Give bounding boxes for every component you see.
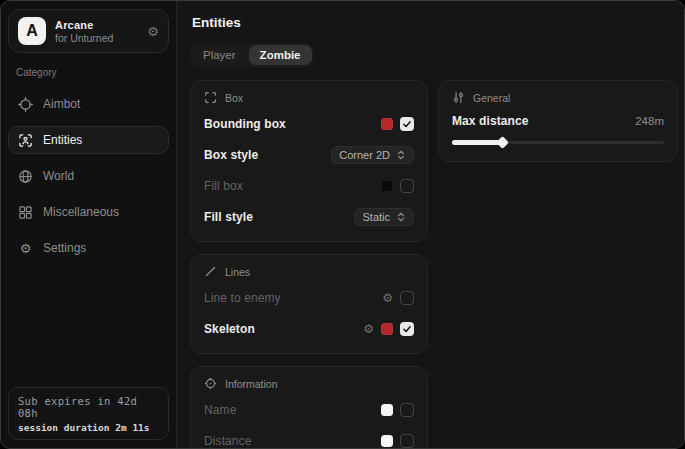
setting-row-line-to-enemy: Line to enemy ⚙ bbox=[204, 287, 414, 309]
setting-label: Distance bbox=[204, 434, 252, 448]
color-swatch[interactable] bbox=[381, 404, 393, 416]
sidebar-item-world[interactable]: World bbox=[8, 162, 169, 190]
setting-row-distance: Distance bbox=[204, 430, 414, 449]
setting-label: Name bbox=[204, 403, 236, 417]
tab-zombie[interactable]: Zombie bbox=[249, 45, 312, 65]
color-swatch[interactable] bbox=[381, 435, 393, 447]
sidebar-item-settings[interactable]: ⚙ Settings bbox=[8, 234, 169, 262]
sliders-icon bbox=[452, 91, 465, 104]
setting-row-box-style: Box style Corner 2D bbox=[204, 144, 414, 166]
checkbox-unchecked[interactable] bbox=[400, 403, 414, 417]
row-gear-icon[interactable]: ⚙ bbox=[363, 323, 374, 335]
category-label: Category bbox=[16, 67, 169, 78]
setting-row-max-distance: Max distance 248m bbox=[452, 114, 664, 148]
box-corners-icon bbox=[204, 91, 217, 104]
sidebar: A Arcane for Unturned ⚙ Category Aimbot bbox=[1, 1, 177, 448]
grid-icon bbox=[18, 205, 33, 220]
card-title: Information bbox=[225, 378, 278, 390]
setting-label: Fill box bbox=[204, 179, 243, 193]
box-style-dropdown[interactable]: Corner 2D bbox=[331, 146, 414, 164]
setting-label: Bounding box bbox=[204, 117, 286, 131]
setting-row-bounding-box: Bounding box bbox=[204, 113, 414, 135]
sidebar-item-label: Settings bbox=[43, 241, 86, 255]
sidebar-item-miscellaneous[interactable]: Miscellaneous bbox=[8, 198, 169, 226]
brand-card: A Arcane for Unturned ⚙ bbox=[8, 9, 169, 53]
row-gear-icon[interactable]: ⚙ bbox=[382, 292, 393, 304]
setting-label: Box style bbox=[204, 148, 258, 162]
color-swatch[interactable] bbox=[381, 180, 393, 192]
session-duration-text: session duration 2m 11s bbox=[18, 422, 159, 433]
checkbox-checked[interactable] bbox=[400, 117, 414, 131]
entities-scan-icon bbox=[18, 133, 33, 148]
main-content: Entities Player Zombie Box bbox=[177, 1, 685, 448]
sidebar-item-label: Miscellaneous bbox=[43, 205, 119, 219]
information-card: Information Name Distance bbox=[190, 366, 428, 449]
gear-icon: ⚙ bbox=[18, 241, 33, 256]
tab-player[interactable]: Player bbox=[192, 45, 247, 65]
color-swatch[interactable] bbox=[381, 323, 393, 335]
setting-row-name: Name bbox=[204, 399, 414, 421]
setting-label: Fill style bbox=[204, 210, 253, 224]
selector-icon bbox=[396, 149, 406, 161]
subscription-status-card: Sub expires in 42d 08h session duration … bbox=[8, 387, 169, 440]
checkbox-unchecked[interactable] bbox=[400, 179, 414, 193]
slider-thumb[interactable] bbox=[496, 136, 509, 149]
sidebar-nav: Aimbot Entities World bbox=[8, 82, 169, 262]
setting-label: Max distance bbox=[452, 114, 529, 128]
crosshair-icon bbox=[18, 97, 33, 112]
general-card: General Max distance 248m bbox=[438, 80, 678, 162]
dropdown-value: Corner 2D bbox=[339, 149, 390, 161]
brand-name: Arcane bbox=[55, 19, 113, 31]
max-distance-slider[interactable] bbox=[452, 136, 664, 148]
sidebar-item-entities[interactable]: Entities bbox=[8, 126, 169, 154]
card-title: General bbox=[473, 92, 510, 104]
brand-gear-icon[interactable]: ⚙ bbox=[147, 25, 159, 38]
entity-tabs: Player Zombie bbox=[190, 43, 314, 67]
checkbox-unchecked[interactable] bbox=[400, 291, 414, 305]
color-swatch[interactable] bbox=[381, 118, 393, 130]
fill-style-dropdown[interactable]: Static bbox=[354, 208, 414, 226]
line-icon bbox=[204, 265, 217, 278]
setting-row-fill-style: Fill style Static bbox=[204, 206, 414, 228]
page-title: Entities bbox=[192, 15, 678, 30]
selector-icon bbox=[396, 211, 406, 223]
slider-fill bbox=[452, 140, 503, 145]
lines-card: Lines Line to enemy ⚙ Skeleton ⚙ bbox=[190, 254, 428, 354]
sidebar-item-label: Aimbot bbox=[43, 97, 80, 111]
box-card: Box Bounding box Box style bbox=[190, 80, 428, 242]
checkbox-checked[interactable] bbox=[400, 322, 414, 336]
app-window: A Arcane for Unturned ⚙ Category Aimbot bbox=[0, 0, 685, 449]
setting-label: Line to enemy bbox=[204, 291, 281, 305]
setting-label: Skeleton bbox=[204, 322, 255, 336]
checkbox-unchecked[interactable] bbox=[400, 434, 414, 448]
sub-expiry-text: Sub expires in 42d 08h bbox=[18, 395, 159, 419]
setting-row-fill-box: Fill box bbox=[204, 175, 414, 197]
slider-value: 248m bbox=[635, 115, 664, 127]
card-title: Lines bbox=[225, 266, 250, 278]
setting-row-skeleton: Skeleton ⚙ bbox=[204, 318, 414, 340]
sidebar-item-label: Entities bbox=[43, 133, 82, 147]
globe-icon bbox=[18, 169, 33, 184]
card-title: Box bbox=[225, 92, 243, 104]
brand-subtitle: for Unturned bbox=[55, 32, 113, 44]
sidebar-item-aimbot[interactable]: Aimbot bbox=[8, 90, 169, 118]
sidebar-item-label: World bbox=[43, 169, 74, 183]
dropdown-value: Static bbox=[362, 211, 390, 223]
target-icon bbox=[204, 377, 217, 390]
brand-logo: A bbox=[18, 17, 46, 45]
